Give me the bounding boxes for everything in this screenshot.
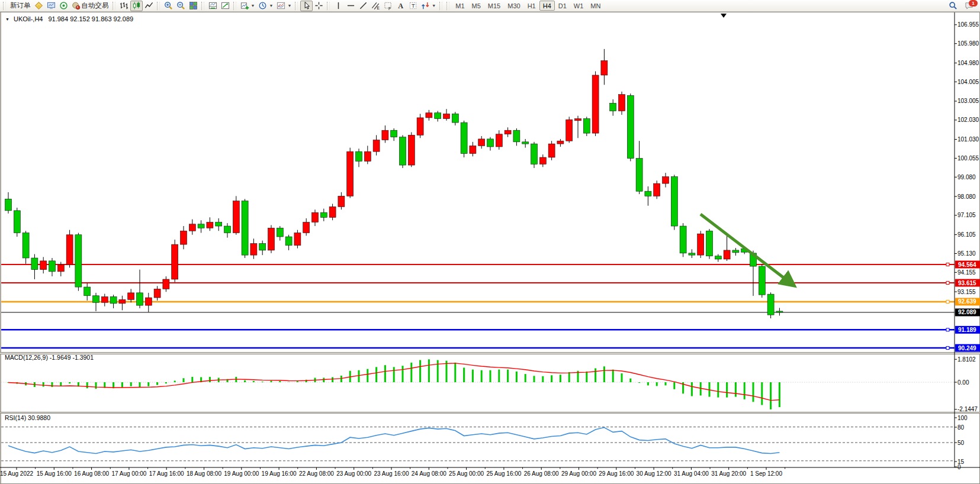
terminal-icon [47,1,56,10]
line-handle[interactable] [946,300,949,303]
svg-text:99.080: 99.080 [957,174,976,180]
svg-text:100: 100 [957,415,968,421]
time-label: 19 Aug 16:00 [262,470,297,477]
period-button[interactable]: ▼ [256,1,275,11]
svg-text:98.080: 98.080 [957,193,976,200]
timeframe-h1[interactable]: H1 [524,1,539,11]
toolbar-grip [201,2,204,10]
line-handle[interactable] [946,282,949,285]
svg-text:94.155: 94.155 [957,269,976,276]
time-label: 17 Aug 00:00 [111,470,146,477]
svg-text:80: 80 [957,424,965,431]
svg-text:97.105: 97.105 [957,212,976,218]
line-handle[interactable] [946,328,949,331]
chevron-down-icon: ▼ [251,4,255,8]
indicator-list-button[interactable] [219,1,232,11]
time-label: 26 Aug 08:00 [524,470,559,477]
shapes-button[interactable]: ▼ [419,1,438,11]
bar-chart-button[interactable] [118,1,130,11]
zoom-out-button[interactable] [175,1,187,11]
svg-text:0.00: 0.00 [957,379,969,386]
toolbar: 新订单自动交易▼▼▼EFAT▼M1M5M15M30H1H4D1W1MN 1 [0,0,980,12]
toolbar-main-groups: 新订单自动交易▼▼▼EFAT▼M1M5M15M30H1H4D1W1MN [1,1,604,11]
market-depth-button[interactable] [33,1,45,11]
signals-button[interactable] [57,1,70,11]
shapes-icon [421,1,430,10]
horizontal-line-button[interactable] [345,1,357,11]
timeframe-w1[interactable]: W1 [570,1,587,11]
time-label: 23 Aug 16:00 [374,470,409,477]
timeframe-m5[interactable]: M5 [468,1,484,11]
timeframe-d1[interactable]: D1 [555,1,570,11]
chart-canvas[interactable]: 106.955105.980104.980104.005103.005102.0… [0,0,980,484]
toolbar-grip [113,2,115,10]
timeframe-mn[interactable]: MN [587,1,604,11]
template-button[interactable]: ▼ [275,1,293,11]
indlist-icon [221,1,230,10]
vertical-line-button[interactable] [332,1,345,11]
add-indicator-button[interactable]: ▼ [239,1,257,11]
autotrade-icon [72,1,81,10]
terminal-button[interactable] [45,1,57,11]
chevron-down-icon: ▼ [269,4,273,8]
tile-windows-button[interactable] [187,1,200,11]
time-label: 29 Aug 16:00 [599,470,634,477]
crosshair-icon [314,1,323,10]
time-label: 19 Aug 00:00 [224,470,259,477]
svg-text:92.089: 92.089 [958,309,976,315]
line-handle[interactable] [946,263,949,266]
time-label: 29 Aug 00:00 [561,470,596,477]
svg-text:90.249: 90.249 [958,345,976,351]
time-label: 16 Aug 08:00 [74,470,109,477]
time-label: 30 Aug 12:00 [637,470,671,477]
line-chart-button[interactable] [143,1,155,11]
timeframe-m1[interactable]: M1 [452,1,468,11]
notifications-button[interactable]: 1 [963,1,975,11]
zoomout-icon [176,1,185,10]
time-label: 25 Aug 00:00 [449,470,484,477]
timeframe-m15[interactable]: M15 [484,1,504,11]
candles-icon [132,1,141,10]
rsi-label: RSI(14) 30.9880 [5,414,50,421]
toolbar-grip [446,2,449,10]
chart-title: ▼ UKOil-,H4 91.984 92.152 91.863 92.089 [5,15,133,22]
svg-text:91.189: 91.189 [958,327,976,333]
zoomin-icon [164,1,173,10]
chevron-down-icon: ▼ [432,4,436,8]
search-button[interactable] [947,1,959,11]
template-icon [277,1,285,10]
candlestick-chart-button[interactable] [130,1,143,11]
svg-text:94.564: 94.564 [958,262,976,268]
line-handle[interactable] [946,347,949,350]
timeframe-h4[interactable]: H4 [539,1,555,11]
time-label: 23 Aug 00:00 [336,470,371,477]
cursor-button[interactable] [300,1,313,11]
timeframe-m30[interactable]: M30 [504,1,523,11]
svg-text:1.8102: 1.8102 [957,356,976,363]
fibonacci-button[interactable]: F [382,1,394,11]
trendline-button[interactable] [357,1,369,11]
time-label: 22 Aug 08:00 [299,470,334,477]
svg-text:T: T [412,3,415,9]
vline-icon [334,1,343,10]
crosshair-button[interactable] [313,1,325,11]
equidistant-channel-button[interactable]: E [369,1,382,11]
indicator-window-button[interactable] [207,1,219,11]
text-button[interactable]: A [394,1,407,11]
svg-text:101.030: 101.030 [957,136,979,143]
time-label: 24 Aug 08:00 [412,470,446,477]
zoom-in-button[interactable] [162,1,175,11]
svg-text:F: F [388,7,391,10]
indwin-icon [208,1,217,10]
autotrade-button[interactable]: 自动交易 [70,1,111,11]
barchart-icon [120,1,128,10]
button-label: 新订单 [10,1,31,10]
new-order-button[interactable]: 新订单 [8,1,33,11]
toolbar-grip [327,2,330,10]
linechart-icon [144,1,153,10]
chart-collapse-caret[interactable]: ▼ [5,17,9,21]
textA-icon: A [396,1,405,10]
text-label-button[interactable]: T [407,1,419,11]
mt4-window: 新订单自动交易▼▼▼EFAT▼M1M5M15M30H1H4D1W1MN 1 10… [0,0,980,484]
time-label: 31 Aug 04:00 [674,470,709,477]
